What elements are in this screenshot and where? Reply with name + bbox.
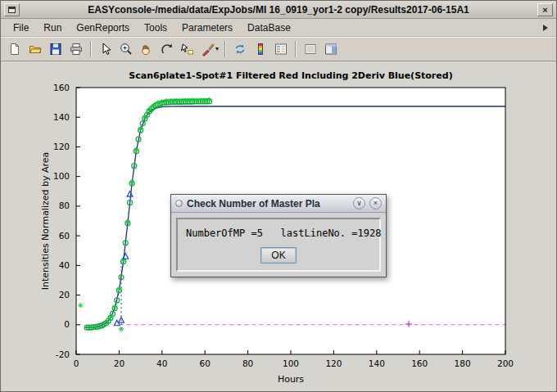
svg-text:60: 60 (59, 231, 70, 241)
dialog-body: NumberOfMP =5 lastLineNo. =1928 OK (171, 213, 386, 277)
pan-button[interactable] (137, 39, 156, 59)
menu-item-file[interactable]: File (6, 20, 36, 35)
close-icon: × (374, 199, 378, 207)
edit-arrow-icon (98, 42, 113, 56)
data-cursor-button[interactable] (178, 39, 197, 59)
svg-text:140: 140 (369, 358, 385, 368)
open-folder-button[interactable] (25, 39, 45, 59)
minimize-button[interactable] (4, 3, 20, 16)
svg-text:0: 0 (74, 358, 79, 368)
rotate-3d-icon (160, 42, 174, 56)
figure-area: 020406080100120140160180200-200204060801… (1, 61, 556, 391)
svg-text:-20: -20 (56, 349, 70, 359)
new-document-button[interactable] (5, 39, 25, 59)
svg-text:120: 120 (53, 142, 70, 151)
toolbar-separator (295, 41, 297, 57)
svg-text:160: 160 (411, 358, 428, 368)
window-title: EASYconsole-/media/data/ExpJobs/MI 16_09… (23, 4, 534, 16)
hide-plot-tools-icon (303, 42, 318, 56)
menu-item-run[interactable]: Run (36, 20, 69, 35)
rotate-3d-button[interactable] (157, 39, 177, 59)
svg-text:Hours: Hours (278, 374, 304, 385)
brush-dropdown-icon[interactable]: ▾ (215, 45, 219, 52)
svg-text:40: 40 (59, 260, 70, 270)
close-icon: × (542, 5, 547, 15)
link-plot-button[interactable] (230, 39, 250, 59)
menu-item-tools[interactable]: Tools (137, 20, 174, 35)
menu-overflow-arrow-icon[interactable] (543, 25, 548, 31)
insert-colorbar-button[interactable] (251, 39, 270, 59)
menu-bar: File Run GenReports Tools Parameters Dat… (1, 19, 556, 37)
edit-plot-button[interactable] (96, 39, 115, 59)
svg-text:180: 180 (455, 358, 471, 368)
zoom-in-icon (119, 42, 134, 56)
print-icon (69, 42, 84, 56)
svg-text:80: 80 (242, 358, 253, 368)
dialog-shade-button[interactable]: ∨ (353, 197, 365, 210)
svg-text:60: 60 (200, 358, 211, 368)
show-plot-tools-button[interactable] (321, 39, 341, 59)
link-plot-icon (233, 42, 247, 56)
svg-text:200: 200 (497, 358, 514, 368)
insert-legend-button[interactable] (271, 39, 291, 59)
svg-text:160: 160 (53, 83, 70, 92)
menu-item-database[interactable]: DataBase (240, 20, 298, 35)
dialog-close-button[interactable]: × (369, 197, 382, 210)
toolbar: ▾ (1, 37, 556, 61)
new-document-icon (7, 42, 22, 56)
menu-item-genreports[interactable]: GenReports (69, 20, 137, 35)
data-cursor-icon (180, 42, 195, 56)
dialog-message: NumberOfMP =5 lastLineNo. =1928 (186, 228, 371, 239)
open-folder-icon (28, 42, 43, 56)
dialog-inset-panel: NumberOfMP =5 lastLineNo. =1928 OK (176, 218, 381, 272)
svg-text:0: 0 (64, 319, 70, 329)
app-window: EASYconsole-/media/data/ExpJobs/MI 16_09… (0, 0, 557, 392)
print-button[interactable] (66, 39, 86, 59)
ok-button[interactable]: OK (260, 247, 297, 264)
save-icon (48, 42, 63, 56)
zoom-in-button[interactable] (116, 39, 136, 59)
dialog-titlebar[interactable]: Check Number of Master Pla ∨ × (171, 195, 386, 213)
pan-hand-icon (139, 42, 154, 56)
close-button[interactable]: × (537, 3, 553, 16)
svg-text:140: 140 (53, 112, 70, 122)
toolbar-separator (224, 41, 226, 57)
svg-text:100: 100 (283, 358, 299, 368)
brush-icon (201, 42, 215, 56)
save-button[interactable] (46, 39, 66, 59)
toolbar-separator (90, 41, 92, 57)
dialog-icon (175, 200, 183, 207)
svg-text:20: 20 (59, 290, 70, 300)
hide-plot-tools-button[interactable] (301, 39, 320, 59)
window-titlebar[interactable]: EASYconsole-/media/data/ExpJobs/MI 16_09… (1, 1, 556, 19)
svg-text:20: 20 (114, 358, 125, 368)
insert-colorbar-icon (253, 42, 268, 56)
insert-legend-icon (274, 42, 288, 56)
check-master-plates-dialog: Check Number of Master Pla ∨ × NumberOfM… (170, 194, 387, 277)
show-plot-tools-icon (324, 42, 338, 56)
svg-text:120: 120 (325, 358, 342, 368)
svg-text:Intensities Normalized by Area: Intensities Normalized by Area (40, 152, 51, 291)
svg-text:40: 40 (156, 358, 167, 368)
minimize-icon (8, 7, 16, 13)
menu-item-parameters[interactable]: Parameters (174, 20, 240, 35)
svg-text:80: 80 (59, 201, 70, 210)
svg-text:100: 100 (53, 171, 70, 181)
dialog-title: Check Number of Master Pla (187, 198, 349, 210)
chevron-down-icon: ∨ (356, 199, 362, 207)
svg-text:Scan6plate1-Spot#1 Filtered Re: Scan6plate1-Spot#1 Filtered Red Includin… (129, 70, 452, 81)
